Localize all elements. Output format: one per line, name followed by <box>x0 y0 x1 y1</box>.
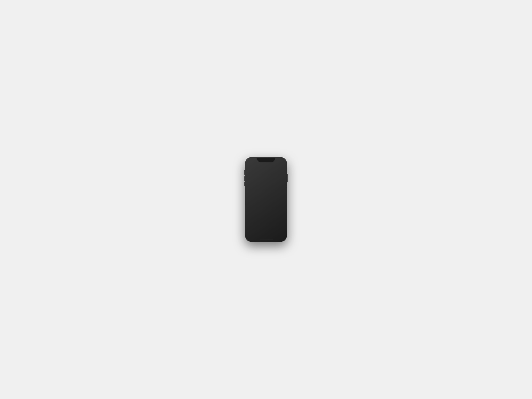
wifi-icon <box>278 162 279 163</box>
task-item: Disinfect the washcloths <box>246 184 286 191</box>
task-title: Mow the lawn <box>253 171 279 174</box>
notch <box>257 158 275 162</box>
task-avatar <box>280 172 284 175</box>
nav-title: Shared Chores <box>252 166 279 168</box>
nav-actions: ⌕ ••• <box>279 166 284 168</box>
task-title: Pick the tomatoes from the garden <box>253 199 279 203</box>
task-avatar <box>280 179 284 183</box>
home-indicator <box>259 239 273 240</box>
task-item: Scrub the bathtub <box>246 191 286 198</box>
task-checkbox[interactable] <box>248 179 251 182</box>
task-checkbox[interactable] <box>248 214 251 216</box>
task-checkbox[interactable] <box>248 193 251 196</box>
task-avatar: A <box>280 199 284 203</box>
task-due-date: Today <box>255 174 259 176</box>
more-options-button[interactable]: ••• <box>282 166 284 168</box>
search-button[interactable]: ⌕ <box>279 166 280 168</box>
add-task-button[interactable]: + <box>278 232 284 238</box>
location-icon: ▲ <box>253 162 254 163</box>
task-checkbox[interactable] <box>248 172 251 175</box>
back-button[interactable]: ‹ <box>248 165 252 169</box>
battery-icon <box>280 162 283 163</box>
task-subtitle: 📅Wednesday ↺ <box>253 181 279 183</box>
time-display: 9:41 <box>249 161 252 163</box>
task-due-date: Wednesday <box>255 181 263 183</box>
task-title: Fold the laundry <box>253 207 279 209</box>
task-item: Fold the laundryA <box>246 205 286 212</box>
task-title: Take out the garbage <box>253 178 279 181</box>
task-content: Scrub the bathtub <box>253 193 279 195</box>
calendar-icon: 📅 <box>253 174 254 176</box>
task-content: Disinfect the washcloths <box>253 186 279 189</box>
task-checkbox[interactable] <box>248 207 251 210</box>
task-title: Scrub the bathtub <box>253 193 279 195</box>
task-avatar: R <box>280 213 284 217</box>
task-item: Take out the garbage📅Wednesday ↺ <box>246 177 286 184</box>
task-item: Pick the tomatoes from the gardenA <box>246 198 286 205</box>
task-checkbox[interactable] <box>248 186 251 189</box>
task-item: Put all the toys awayR <box>246 212 286 218</box>
phone-wrapper: 9:41 ▲ <box>245 157 287 242</box>
task-avatar <box>280 186 284 190</box>
recurring-icon: ↺ <box>264 181 265 183</box>
task-title: Disinfect the washcloths <box>253 186 279 189</box>
calendar-icon: 📅 <box>253 181 254 183</box>
task-content: Pick the tomatoes from the garden <box>253 199 279 203</box>
task-avatar: A <box>280 206 284 210</box>
task-title: Put all the toys away <box>253 214 279 216</box>
task-subtitle: 📅Today <box>253 174 279 176</box>
task-avatar <box>280 192 284 196</box>
status-icons <box>278 162 283 163</box>
task-content: Fold the laundry <box>253 207 279 209</box>
phone-screen: 9:41 ▲ <box>246 158 286 241</box>
task-content: Take out the garbage📅Wednesday ↺ <box>253 178 279 183</box>
task-item: Mow the lawn📅Today <box>246 170 286 177</box>
status-time: 9:41 ▲ <box>249 161 254 163</box>
task-list: Mow the lawn📅TodayTake out the garbage📅W… <box>246 170 286 241</box>
task-content: Mow the lawn📅Today <box>253 171 279 176</box>
task-content: Put all the toys away <box>253 214 279 216</box>
nav-bar: ‹ Shared Chores ⌕ ••• <box>246 164 286 170</box>
task-checkbox[interactable] <box>248 200 251 203</box>
